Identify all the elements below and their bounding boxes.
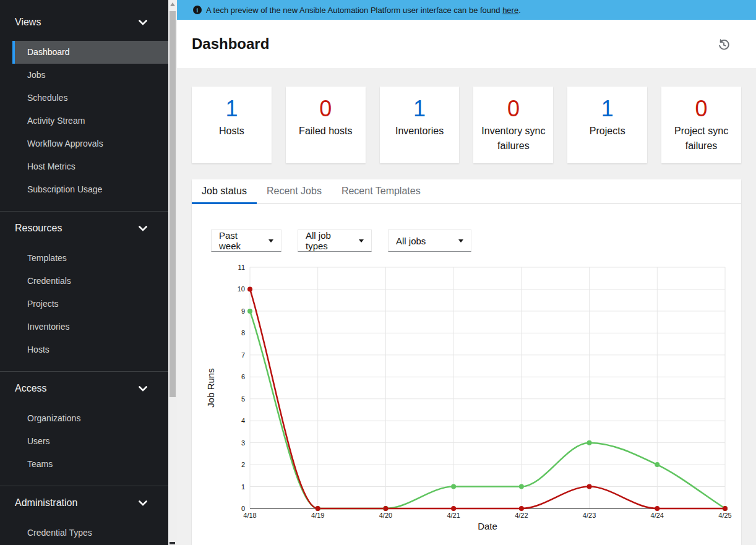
line-chart-svg: 012345678910114/184/194/204/214/224/234/… [192, 260, 741, 536]
nav-section-views[interactable]: Views [0, 12, 168, 32]
sidebar-item-templates[interactable]: Templates [12, 247, 168, 270]
svg-text:10: 10 [238, 285, 245, 293]
summary-card-inventory-sync-failures[interactable]: 0Inventory sync failures [473, 87, 553, 163]
svg-text:4/19: 4/19 [311, 512, 324, 519]
select-value: Past week [219, 230, 260, 251]
card-value: 0 [473, 97, 553, 121]
sidebar-item-schedules[interactable]: Schedules [12, 87, 168, 109]
summary-card-project-sync-failures[interactable]: 0Project sync failures [661, 87, 741, 163]
nav-section-label: Access [15, 383, 47, 394]
data-point-failed-jobs [316, 506, 320, 511]
data-point-failed-jobs [519, 506, 524, 511]
svg-text:6: 6 [241, 373, 245, 380]
svg-text:5: 5 [241, 395, 245, 403]
nav-divider [0, 371, 168, 372]
tab-recent-jobs[interactable]: Recent Jobs [257, 179, 332, 204]
sidebar-item-teams[interactable]: Teams [12, 453, 168, 476]
chevron-down-icon [139, 500, 147, 506]
nav-divider [0, 486, 168, 486]
sidebar-item-dashboard[interactable]: Dashboard [12, 41, 168, 64]
summary-card-failed-hosts[interactable]: 0Failed hosts [286, 87, 366, 163]
data-point-failed-jobs [451, 506, 456, 511]
scrollbar-thumb[interactable] [170, 11, 176, 397]
card-value: 1 [567, 97, 647, 121]
scrollbar-up-arrow-icon[interactable] [170, 2, 175, 6]
card-label: Hosts [192, 124, 272, 139]
svg-text:3: 3 [241, 439, 245, 447]
summary-card-hosts[interactable]: 1Hosts [192, 87, 272, 163]
chevron-down-icon [139, 20, 147, 25]
svg-text:4: 4 [241, 417, 245, 424]
svg-text:8: 8 [241, 329, 245, 337]
sidebar-item-activity-stream[interactable]: Activity Stream [12, 109, 168, 132]
tech-preview-link[interactable]: here [502, 6, 518, 15]
svg-text:2: 2 [241, 461, 245, 468]
nav-section-label: Administration [15, 497, 77, 509]
nav-section-label: Resources [15, 223, 62, 234]
nav-section-label: Views [15, 17, 41, 28]
sidebar-item-users[interactable]: Users [12, 430, 168, 453]
refresh-history-button[interactable] [717, 38, 731, 51]
tech-preview-banner: i A tech preview of the new Ansible Auto… [177, 0, 756, 20]
svg-text:4/24: 4/24 [651, 512, 664, 519]
data-point-successful-jobs [247, 309, 252, 314]
sidebar-item-host-metrics[interactable]: Host Metrics [12, 155, 168, 178]
svg-text:4/21: 4/21 [447, 512, 460, 519]
sidebar-item-jobs[interactable]: Jobs [12, 64, 168, 87]
tab-job-status[interactable]: Job status [192, 179, 257, 204]
chevron-down-icon [139, 386, 147, 392]
sidebar-item-organizations[interactable]: Organizations [12, 407, 168, 430]
svg-text:11: 11 [238, 264, 245, 271]
sidebar-item-inventories[interactable]: Inventories [12, 315, 168, 338]
sidebar-item-subscription-usage[interactable]: Subscription Usage [12, 178, 168, 201]
svg-text:Date: Date [478, 521, 497, 531]
chart-filters: Past weekAll job typesAll jobs [211, 230, 741, 252]
nav-section-resources[interactable]: Resources [0, 218, 168, 238]
filter-select-all-jobs[interactable]: All jobs [388, 230, 471, 252]
sidebar-item-hosts[interactable]: Hosts [12, 338, 168, 361]
nav-divider [0, 211, 168, 212]
nav-section-access[interactable]: Access [0, 379, 168, 398]
data-point-successful-jobs [451, 484, 456, 489]
filter-select-all-job-types[interactable]: All job types [298, 230, 372, 252]
data-point-failed-jobs [655, 506, 659, 511]
data-point-successful-jobs [519, 484, 524, 489]
svg-text:4/20: 4/20 [379, 512, 392, 519]
sidebar-item-credentials[interactable]: Credentials [12, 270, 168, 293]
summary-card-projects[interactable]: 1Projects [567, 87, 647, 163]
svg-text:4/22: 4/22 [515, 512, 528, 519]
nav-section-administration[interactable]: Administration [0, 493, 168, 513]
card-label: Project sync failures [661, 124, 741, 153]
nav-sections: ViewsDashboardJobsSchedulesActivity Stre… [0, 0, 168, 544]
sidebar-scrollbar[interactable] [168, 0, 177, 545]
filter-select-past-week[interactable]: Past week [211, 230, 281, 252]
card-value: 0 [286, 97, 366, 121]
history-icon [717, 38, 731, 51]
dashboard-content: 1Hosts0Failed hosts1Inventories0Inventor… [177, 68, 756, 545]
info-icon: i [193, 6, 202, 14]
svg-text:4/18: 4/18 [243, 512, 256, 519]
card-value: 1 [192, 97, 272, 121]
sidebar-item-workflow-approvals[interactable]: Workflow Approvals [12, 132, 168, 155]
chevron-down-icon [139, 226, 147, 231]
summary-card-inventories[interactable]: 1Inventories [380, 87, 460, 163]
job-status-panel: Job statusRecent JobsRecent Templates Pa… [192, 179, 741, 545]
data-point-failed-jobs [587, 484, 592, 489]
data-point-successful-jobs [587, 440, 592, 445]
svg-text:7: 7 [241, 351, 245, 359]
series-line-successful-jobs [250, 311, 725, 509]
data-point-failed-jobs [383, 506, 388, 511]
banner-suffix: . [518, 6, 521, 15]
card-label: Failed hosts [286, 124, 366, 139]
card-label: Projects [567, 124, 647, 139]
caret-down-icon [359, 239, 364, 242]
banner-text: A tech preview of the new Ansible Automa… [206, 6, 500, 15]
main-area: i A tech preview of the new Ansible Auto… [177, 0, 756, 545]
card-label: Inventory sync failures [473, 124, 553, 153]
page-header: Dashboard [177, 20, 756, 68]
tab-recent-templates[interactable]: Recent Templates [332, 179, 431, 204]
sidebar-item-credential-types[interactable]: Credential Types [12, 521, 168, 544]
data-point-successful-jobs [655, 462, 659, 467]
sidebar-item-projects[interactable]: Projects [12, 293, 168, 315]
svg-text:4/23: 4/23 [583, 512, 596, 519]
